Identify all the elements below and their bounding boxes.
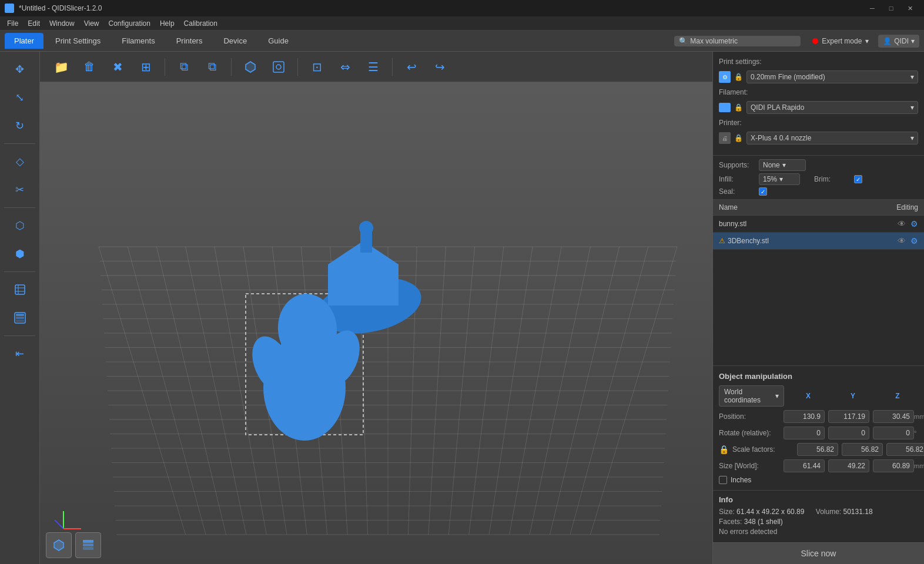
3d-view-icon[interactable]: [46, 532, 72, 558]
tab-filaments[interactable]: Filaments: [112, 33, 164, 49]
menu-item-help[interactable]: Help: [155, 18, 179, 29]
user-button[interactable]: 👤 QIDI ▾: [878, 35, 919, 48]
position-x-input[interactable]: [784, 410, 825, 423]
printer-label: Printer:: [719, 119, 760, 127]
menu-item-calibration[interactable]: Calibration: [179, 18, 222, 29]
expert-mode-label: Expert mode: [822, 37, 862, 45]
menu-item-view[interactable]: View: [79, 18, 104, 29]
printer-select[interactable]: X-Plus 4 0.4 nozzle ▾: [746, 132, 918, 145]
size-row: Size [World]: mm: [719, 459, 918, 472]
maximize-button[interactable]: □: [882, 0, 900, 16]
scale-row: 🔒 Scale factors: % ↺: [719, 443, 918, 456]
svg-rect-0: [15, 285, 25, 294]
scale-y-input[interactable]: [842, 443, 883, 456]
paint-tool[interactable]: ⬡: [7, 213, 33, 239]
object-row-benchy[interactable]: ⚠ 3DBenchy.stl 👁 ⚙: [713, 233, 924, 250]
rotate-y-input[interactable]: [828, 427, 869, 439]
rotate-x-input[interactable]: [784, 427, 825, 439]
menu-item-window[interactable]: Window: [45, 18, 79, 29]
seal-checkbox[interactable]: ✓: [759, 187, 767, 196]
scale-lock-icon[interactable]: 🔒: [719, 445, 729, 454]
layer-view-icon[interactable]: [75, 532, 101, 558]
minimize-button[interactable]: ─: [863, 0, 882, 16]
open-button[interactable]: 📁: [49, 55, 73, 79]
inches-checkbox[interactable]: [719, 476, 727, 484]
rotate-unit: °: [914, 429, 924, 437]
profile-select[interactable]: 0.20mm Fine (modified) ▾: [746, 70, 918, 83]
grid-button[interactable]: ⊞: [134, 55, 158, 79]
supports-label: Supports:: [719, 161, 754, 169]
visibility-icon-benchy[interactable]: 👁: [898, 236, 906, 246]
position-y-input[interactable]: [828, 410, 869, 423]
settings-icon-bunny[interactable]: ⚙: [910, 219, 918, 229]
position-unit: mm: [914, 413, 924, 420]
paste-button[interactable]: ⧉: [200, 55, 224, 79]
supports-select[interactable]: None ▾: [759, 159, 806, 171]
brim-checkbox[interactable]: ✓: [854, 175, 862, 183]
copy-button[interactable]: ⧉: [172, 55, 196, 79]
svg-rect-5: [16, 314, 24, 316]
profile-row: ⚙ 🔒 0.20mm Fine (modified) ▾: [719, 70, 918, 83]
tab-printers[interactable]: Printers: [167, 33, 212, 49]
fit-plate-button[interactable]: ⊡: [305, 55, 329, 79]
delete-button[interactable]: 🗑: [78, 55, 101, 79]
view-layer-tool[interactable]: [7, 305, 33, 331]
info-facets-row: Facets: 348 (1 shell): [719, 518, 918, 526]
arrange-tool[interactable]: ⇤: [7, 341, 33, 367]
info-size-label: Size:: [719, 508, 735, 516]
app-icon: [5, 4, 14, 13]
tab-device[interactable]: Device: [214, 33, 256, 49]
view-3d-tool[interactable]: [7, 277, 33, 303]
redo-button[interactable]: ↪: [428, 55, 451, 79]
expert-mode-button[interactable]: Expert mode ▾: [812, 37, 869, 45]
scale-z-input[interactable]: [886, 443, 924, 456]
printer-icon: 🖨: [719, 132, 731, 144]
view-button[interactable]: [267, 55, 290, 79]
rotate-tool[interactable]: ↻: [7, 113, 33, 139]
cut-tool[interactable]: ✂: [7, 177, 33, 203]
position-z-input[interactable]: [873, 410, 914, 423]
size-y-input[interactable]: [828, 459, 869, 472]
filament-select[interactable]: QIDI PLA Rapido ▾: [746, 101, 918, 114]
object-row-bunny[interactable]: bunny.stl 👁 ⚙: [713, 216, 924, 233]
slice-button[interactable]: Slice now: [713, 542, 924, 564]
menu-item-configuration[interactable]: Configuration: [104, 18, 155, 29]
user-label: QIDI: [894, 37, 909, 45]
mirror-button[interactable]: ⇔: [333, 55, 357, 79]
undo-button[interactable]: ↩: [400, 55, 423, 79]
cancel-button[interactable]: ✖: [106, 55, 129, 79]
tab-print-settings[interactable]: Print Settings: [46, 33, 110, 49]
tab-plater[interactable]: Plater: [5, 33, 43, 49]
arrange-button[interactable]: ☰: [361, 55, 385, 79]
printer-value: X-Plus 4 0.4 nozzle: [751, 134, 811, 142]
add-primitive-button[interactable]: [239, 55, 262, 79]
place-face-tool[interactable]: ◇: [7, 149, 33, 174]
close-button[interactable]: ✕: [900, 0, 919, 16]
support-tool[interactable]: ⬢: [7, 241, 33, 267]
scale-tool[interactable]: ⤡: [7, 85, 33, 110]
search-input[interactable]: [690, 37, 796, 45]
settings-icon-benchy[interactable]: ⚙: [910, 236, 918, 246]
infill-select[interactable]: 15% ▾: [759, 173, 800, 185]
menubar: FileEditWindowViewConfigurationHelpCalib…: [0, 16, 924, 31]
tab-guide[interactable]: Guide: [259, 33, 298, 49]
size-x-input[interactable]: [784, 459, 825, 472]
info-facets-label: Facets:: [719, 518, 742, 526]
rotate-inputs: [784, 427, 914, 439]
print-settings-row: Print settings:: [719, 58, 918, 66]
scale-x-input[interactable]: [797, 443, 838, 456]
rotate-z-input[interactable]: [873, 427, 914, 439]
size-z-input[interactable]: [873, 459, 914, 472]
scale-inputs: [797, 443, 924, 456]
menu-item-file[interactable]: File: [2, 18, 23, 29]
info-facets-value: 348 (1 shell): [744, 518, 783, 526]
info-title: Info: [719, 495, 918, 504]
main-area: ✥ ⤡ ↻ ◇ ✂ ⬡ ⬢ ⇤: [0, 52, 924, 564]
visibility-icon-bunny[interactable]: 👁: [898, 219, 906, 229]
tool-separator: [4, 143, 36, 144]
object-name-benchy: 3DBenchy.stl: [728, 237, 898, 245]
coord-system-select[interactable]: World coordinates ▾: [719, 385, 784, 407]
move-tool[interactable]: ✥: [7, 56, 33, 82]
menu-item-edit[interactable]: Edit: [23, 18, 45, 29]
viewport[interactable]: [40, 82, 712, 564]
